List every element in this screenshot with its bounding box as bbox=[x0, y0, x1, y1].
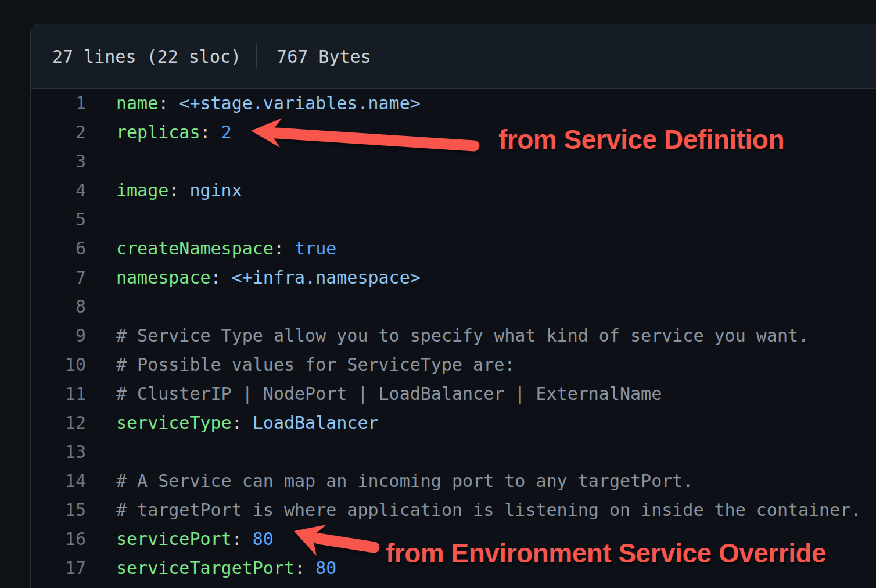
code-blob: 1name: <+stage.variables.name>2replicas:… bbox=[31, 89, 876, 583]
code-line: 14# A Service can map an incoming port t… bbox=[31, 467, 876, 496]
header-divider bbox=[256, 44, 257, 69]
line-content: image: nginx bbox=[116, 176, 242, 205]
file-size-info: 767 Bytes bbox=[277, 46, 371, 67]
code-line: 8 bbox=[31, 292, 876, 321]
line-content: createNamespace: true bbox=[116, 234, 336, 263]
line-content: name: <+stage.variables.name> bbox=[116, 89, 421, 118]
code-line: 6createNamespace: true bbox=[31, 234, 876, 263]
line-content: # ClusterIP | NodePort | LoadBalancer | … bbox=[116, 379, 662, 408]
line-number[interactable]: 4 bbox=[31, 176, 86, 205]
line-number[interactable]: 11 bbox=[31, 379, 86, 408]
code-line: 13 bbox=[31, 438, 876, 467]
line-content: # A Service can map an incoming port to … bbox=[116, 467, 693, 496]
line-content: servicePort: 80 bbox=[116, 525, 274, 554]
line-content: serviceTargetPort: 80 bbox=[116, 554, 336, 583]
line-content: # Possible values for ServiceType are: bbox=[116, 350, 515, 379]
line-content: # targetPort is where application is lis… bbox=[116, 496, 861, 525]
code-line: 1name: <+stage.variables.name> bbox=[31, 89, 876, 118]
code-line: 9# Service Type allow you to specify wha… bbox=[31, 321, 876, 350]
code-lines: 1name: <+stage.variables.name>2replicas:… bbox=[31, 89, 876, 583]
line-number[interactable]: 15 bbox=[31, 496, 86, 525]
line-number[interactable]: 1 bbox=[31, 89, 86, 118]
file-panel: 27 lines (22 sloc) 767 Bytes 1name: <+st… bbox=[30, 24, 876, 588]
file-lines-info: 27 lines (22 sloc) bbox=[52, 46, 241, 67]
line-number[interactable]: 8 bbox=[31, 292, 86, 321]
code-line: 12serviceType: LoadBalancer bbox=[31, 408, 876, 438]
file-header-bar: 27 lines (22 sloc) 767 Bytes bbox=[31, 24, 876, 89]
line-content: # Service Type allow you to specify what… bbox=[116, 321, 809, 350]
line-content: serviceType: LoadBalancer bbox=[116, 408, 379, 438]
code-line: 5 bbox=[31, 205, 876, 234]
line-number[interactable]: 9 bbox=[31, 321, 86, 350]
line-number[interactable]: 7 bbox=[31, 263, 86, 292]
line-number[interactable]: 10 bbox=[31, 350, 86, 379]
annotation-text-environment-service-override: from Environment Service Override bbox=[386, 538, 826, 568]
code-line: 11# ClusterIP | NodePort | LoadBalancer … bbox=[31, 379, 876, 408]
code-line: 7namespace: <+infra.namespace> bbox=[31, 263, 876, 292]
line-number[interactable]: 2 bbox=[31, 118, 86, 147]
line-number[interactable]: 3 bbox=[31, 147, 86, 176]
line-number[interactable]: 5 bbox=[31, 205, 86, 234]
annotation-text-service-definition: from Service Definition bbox=[498, 124, 784, 155]
line-number[interactable]: 12 bbox=[31, 408, 86, 438]
line-number[interactable]: 17 bbox=[31, 554, 86, 583]
code-line: 15# targetPort is where application is l… bbox=[31, 496, 876, 525]
line-number[interactable]: 16 bbox=[31, 525, 86, 554]
line-number[interactable]: 6 bbox=[31, 234, 86, 263]
code-line: 10# Possible values for ServiceType are: bbox=[31, 350, 876, 379]
line-content: replicas: 2 bbox=[116, 118, 232, 147]
line-number[interactable]: 14 bbox=[31, 467, 86, 496]
line-number[interactable]: 13 bbox=[31, 438, 86, 467]
line-content: namespace: <+infra.namespace> bbox=[116, 263, 421, 292]
code-line: 4image: nginx bbox=[31, 176, 876, 205]
